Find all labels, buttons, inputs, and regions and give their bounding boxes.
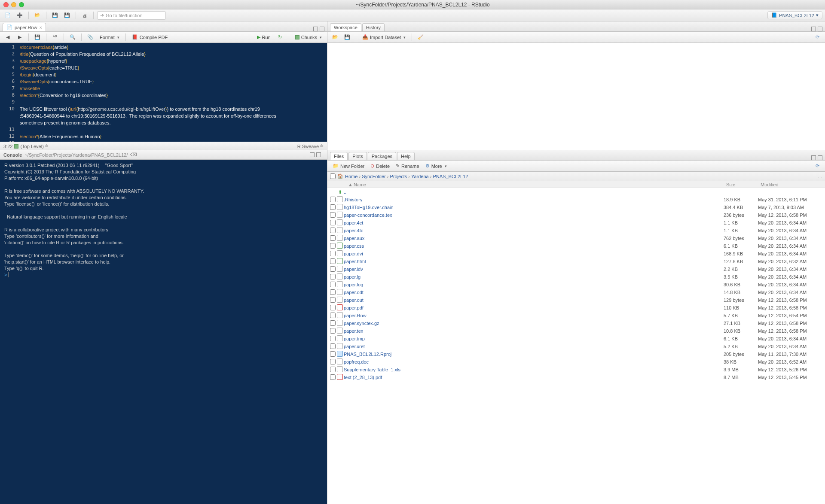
file-name[interactable]: paper.lg: [344, 274, 724, 279]
save-source-button[interactable]: 💾: [32, 33, 43, 42]
breadcrumb-item[interactable]: Home: [345, 174, 358, 179]
back-button[interactable]: ◀: [3, 33, 13, 42]
file-checkbox[interactable]: [330, 197, 336, 202]
file-name[interactable]: paper.aux: [344, 236, 724, 241]
file-row[interactable]: text (2_28_13).pdf8.7 MBMay 12, 2013, 5:…: [327, 373, 825, 381]
console-tab[interactable]: Console: [3, 152, 22, 158]
file-checkbox[interactable]: [330, 204, 336, 210]
pane-minimize-icon[interactable]: [811, 27, 816, 31]
tab-workspace[interactable]: Workspace: [330, 23, 361, 31]
save-workspace-button[interactable]: 💾: [342, 33, 352, 42]
file-name[interactable]: .Rhistory: [344, 197, 724, 202]
file-checkbox[interactable]: [330, 228, 336, 233]
file-name[interactable]: paper.pdf: [344, 305, 724, 310]
project-menu-button[interactable]: 📘 PNAS_BCL2L12 ▾: [767, 11, 822, 19]
file-row[interactable]: Supplementary Table_1.xls3.9 MBMay 12, 2…: [327, 366, 825, 373]
file-list-header[interactable]: ▲Name Size Modified: [327, 181, 825, 188]
tab-plots[interactable]: Plots: [348, 152, 367, 160]
more-path-button[interactable]: …: [818, 174, 822, 179]
file-checkbox[interactable]: [330, 282, 336, 287]
import-dataset-menu[interactable]: 📥 Import Dataset: [360, 33, 408, 41]
spellcheck-button[interactable]: ᴬᴮ: [50, 33, 60, 42]
new-project-button[interactable]: ➕: [15, 11, 25, 20]
file-checkbox[interactable]: [330, 313, 336, 318]
file-row[interactable]: paper.css6.1 KBMay 20, 2013, 6:34 AM: [327, 242, 825, 250]
file-checkbox[interactable]: [330, 367, 336, 372]
file-row[interactable]: paper.pdf110 KBMay 12, 2013, 6:58 PM: [327, 304, 825, 312]
pane-maximize-icon[interactable]: [320, 27, 324, 31]
file-name[interactable]: paper.idv: [344, 267, 724, 272]
code-area[interactable]: \documentclass{article}\title{Question o…: [17, 43, 327, 142]
chunks-menu[interactable]: Chunks: [293, 34, 324, 41]
home-icon[interactable]: 🏠: [337, 173, 343, 179]
file-name[interactable]: paper.xref: [344, 344, 724, 349]
file-name[interactable]: paper.out: [344, 298, 724, 303]
file-name[interactable]: paper.log: [344, 282, 724, 287]
pane-maximize-icon[interactable]: [818, 27, 822, 31]
file-name[interactable]: hg18ToHg19.over.chain: [344, 205, 724, 210]
window-zoom-button[interactable]: [19, 2, 24, 7]
window-close-button[interactable]: [3, 2, 9, 7]
file-name[interactable]: Supplementary Table_1.xls: [344, 367, 724, 372]
run-button[interactable]: ▶ Run: [254, 33, 273, 41]
file-row[interactable]: paper.tex10.8 KBMay 12, 2013, 6:58 PM: [327, 327, 825, 335]
file-row[interactable]: paper.tmp6.1 KBMay 20, 2013, 6:34 AM: [327, 335, 825, 343]
file-row[interactable]: paper.out129 bytesMay 12, 2013, 6:58 PM: [327, 296, 825, 304]
file-checkbox[interactable]: [330, 328, 336, 334]
file-row[interactable]: paper.aux762 bytesMay 20, 2013, 6:34 AM: [327, 234, 825, 242]
window-minimize-button[interactable]: [11, 2, 16, 7]
file-name[interactable]: paper-concordance.tex: [344, 213, 724, 218]
find-button[interactable]: 🔍: [67, 33, 78, 42]
pane-minimize-icon[interactable]: [310, 152, 315, 157]
file-row[interactable]: popfreq.doc38 KBMay 20, 2013, 6:52 AM: [327, 358, 825, 366]
breadcrumb-item[interactable]: SyncFolder: [362, 174, 386, 179]
file-row[interactable]: paper.lg3.5 KBMay 20, 2013, 6:34 AM: [327, 273, 825, 281]
file-checkbox[interactable]: [330, 289, 336, 295]
file-checkbox[interactable]: [330, 266, 336, 272]
save-button[interactable]: 💾: [50, 11, 60, 20]
file-checkbox[interactable]: [330, 320, 336, 326]
file-row[interactable]: paper.html127.8 KBMay 20, 2013, 6:32 AM: [327, 258, 825, 265]
clear-console-icon[interactable]: ⌫: [130, 152, 137, 158]
file-row[interactable]: paper.4tc1.1 KBMay 20, 2013, 6:34 AM: [327, 227, 825, 234]
file-name[interactable]: paper.4ct: [344, 220, 724, 225]
console-output[interactable]: R version 3.0.1 Patched (2013-06-11 r629…: [0, 160, 327, 504]
file-checkbox[interactable]: [330, 343, 336, 349]
file-row[interactable]: paper.idv2.2 KBMay 20, 2013, 6:34 AM: [327, 265, 825, 273]
file-row[interactable]: paper.Rnw5.7 KBMay 12, 2013, 6:54 PM: [327, 312, 825, 319]
source-editor[interactable]: 12345678910111213141516 \documentclass{a…: [0, 43, 327, 142]
file-checkbox[interactable]: [330, 359, 336, 364]
file-row[interactable]: paper.dvi168.9 KBMay 20, 2013, 6:34 AM: [327, 250, 825, 258]
file-checkbox[interactable]: [330, 297, 336, 303]
pane-maximize-icon[interactable]: [818, 155, 822, 160]
format-menu[interactable]: Format: [97, 34, 122, 41]
file-row[interactable]: .Rhistory18.9 KBMay 31, 2013, 6:11 PM: [327, 196, 825, 203]
file-checkbox[interactable]: [330, 220, 336, 225]
breadcrumb-item[interactable]: Yardena: [411, 174, 429, 179]
parent-dir-row[interactable]: ⬆..: [327, 188, 825, 196]
file-name[interactable]: popfreq.doc: [344, 359, 724, 364]
file-checkbox[interactable]: [330, 305, 336, 310]
file-checkbox[interactable]: [330, 212, 336, 218]
source-tab-paper-rnw[interactable]: 📄 paper.Rnw ×: [3, 23, 46, 31]
file-name[interactable]: PNAS_BCL2L12.Rproj: [344, 352, 724, 357]
tab-files[interactable]: Files: [330, 152, 348, 160]
new-file-button[interactable]: 📄: [3, 11, 13, 20]
compile-pdf-button[interactable]: 📕 Compile PDF: [129, 33, 170, 41]
file-name[interactable]: paper.synctex.gz: [344, 321, 724, 326]
file-row[interactable]: paper.log30.6 KBMay 20, 2013, 6:34 AM: [327, 281, 825, 288]
file-name[interactable]: text (2_28_13).pdf: [344, 375, 724, 380]
refresh-files-button[interactable]: ⟳: [812, 161, 822, 171]
file-name[interactable]: paper.4tc: [344, 228, 724, 233]
close-tab-icon[interactable]: ×: [40, 25, 42, 30]
file-checkbox[interactable]: [330, 251, 336, 256]
file-name[interactable]: paper.tmp: [344, 336, 724, 341]
load-workspace-button[interactable]: 📂: [330, 33, 340, 42]
file-name[interactable]: paper.css: [344, 243, 724, 249]
breadcrumb-item[interactable]: PNAS_BCL2L12: [433, 174, 468, 179]
more-menu[interactable]: ⚙More: [423, 162, 449, 170]
file-row[interactable]: paper-concordance.tex236 bytesMay 12, 20…: [327, 211, 825, 219]
file-name[interactable]: paper.html: [344, 259, 724, 264]
pane-minimize-icon[interactable]: [811, 155, 816, 160]
file-checkbox[interactable]: [330, 274, 336, 279]
